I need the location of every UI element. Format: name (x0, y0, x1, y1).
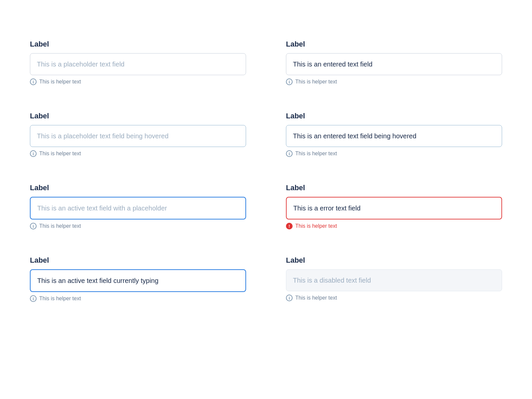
page-container: Label i This is helper text Label i This… (0, 0, 532, 368)
info-icon-hovered-placeholder: i (30, 150, 37, 157)
field-group-hovered-placeholder: Label i This is helper text (30, 112, 266, 177)
helper-row-disabled: i This is helper text (286, 295, 502, 301)
helper-text-hovered-entered: This is helper text (295, 151, 337, 157)
input-hovered-entered[interactable] (286, 125, 502, 147)
info-icon-active-typing: i (30, 295, 37, 302)
helper-text-placeholder: This is helper text (39, 79, 81, 85)
field-label-entered: Label (286, 40, 502, 49)
helper-text-disabled: This is helper text (295, 295, 337, 301)
input-entered[interactable] (286, 53, 502, 75)
helper-text-active-typing: This is helper text (39, 296, 81, 302)
field-label-placeholder: Label (30, 40, 246, 49)
input-placeholder[interactable] (30, 53, 246, 75)
field-group-entered: Label i This is helper text (266, 40, 502, 105)
helper-row-active-typing: i This is helper text (30, 295, 246, 302)
field-label-hovered-placeholder: Label (30, 112, 246, 120)
input-active-placeholder[interactable] (30, 197, 246, 219)
helper-row-active-placeholder: i This is helper text (30, 223, 246, 229)
input-disabled (286, 269, 502, 291)
info-icon-entered: i (286, 78, 293, 85)
info-icon-disabled: i (286, 295, 293, 301)
input-active-typing[interactable] (30, 269, 246, 292)
field-label-active-placeholder: Label (30, 184, 246, 192)
field-label-error: Label (286, 184, 502, 192)
field-label-hovered-entered: Label (286, 112, 502, 120)
field-group-placeholder: Label i This is helper text (30, 40, 266, 105)
error-icon: ! (286, 223, 293, 229)
field-label-disabled: Label (286, 256, 502, 265)
input-hovered-placeholder[interactable] (30, 125, 246, 147)
helper-row-hovered-entered: i This is helper text (286, 150, 502, 157)
field-group-hovered-entered: Label i This is helper text (266, 112, 502, 177)
info-icon-placeholder: i (30, 78, 37, 85)
field-group-active-placeholder: Label i This is helper text (30, 184, 266, 249)
helper-row-hovered-placeholder: i This is helper text (30, 150, 246, 157)
input-error[interactable] (286, 197, 502, 219)
info-icon-active-placeholder: i (30, 223, 37, 229)
helper-row-entered: i This is helper text (286, 78, 502, 85)
field-label-active-typing: Label (30, 256, 246, 265)
helper-text-hovered-placeholder: This is helper text (39, 151, 81, 157)
field-group-active-typing: Label i This is helper text (30, 256, 266, 322)
field-group-disabled: Label i This is helper text (266, 256, 502, 322)
info-icon-hovered-entered: i (286, 150, 293, 157)
helper-row-placeholder: i This is helper text (30, 78, 246, 85)
helper-text-error: This is helper text (295, 223, 337, 229)
helper-text-entered: This is helper text (295, 79, 337, 85)
helper-row-error: ! This is helper text (286, 223, 502, 229)
field-group-error: Label ! This is helper text (266, 184, 502, 249)
helper-text-active-placeholder: This is helper text (39, 223, 81, 229)
